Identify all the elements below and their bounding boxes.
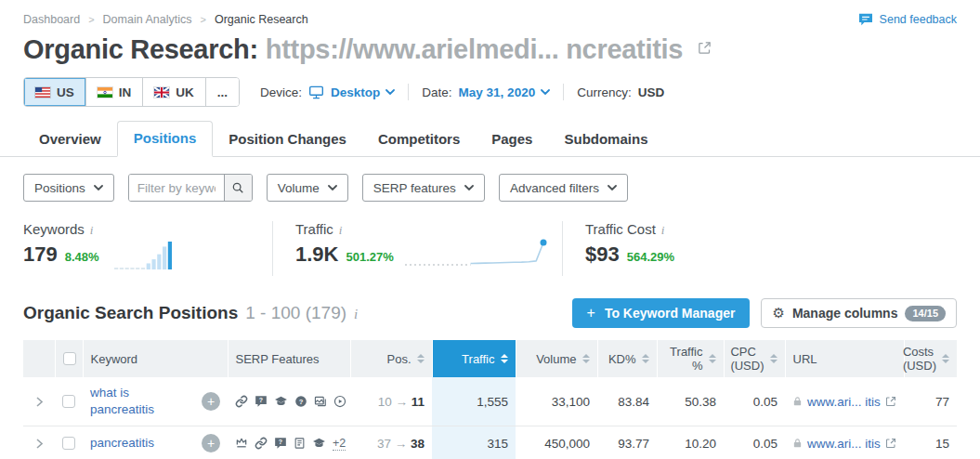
header-volume[interactable]: Volume <box>516 340 597 377</box>
currency-display: Currency: USD <box>577 85 664 99</box>
expand-row-icon[interactable] <box>31 439 47 449</box>
header-cpc[interactable]: CPC (USD) <box>724 340 785 377</box>
positions-table: Keyword SERP Features Pos. Traffic Volum… <box>23 340 957 459</box>
manage-columns-label: Manage columns <box>792 306 898 321</box>
keyword-search-button[interactable] <box>224 175 252 201</box>
result-url-link[interactable]: www.ari... itis <box>807 395 881 409</box>
row-checkbox[interactable] <box>62 437 75 450</box>
add-keyword-button[interactable]: + <box>202 392 220 411</box>
sort-arrows-icon[interactable] <box>501 354 508 363</box>
header-serp-features[interactable]: SERP Features <box>228 340 350 377</box>
volume-filter-dropdown[interactable]: Volume <box>267 174 348 202</box>
traffic-stat: Traffic i 1.9K 501.27% <box>272 221 562 276</box>
breadcrumb-separator: > <box>200 14 205 25</box>
select-all-checkbox[interactable] <box>63 352 76 365</box>
knowledge-panel-icon <box>274 395 288 408</box>
info-icon[interactable]: i <box>354 307 358 322</box>
serp-features-filter-label: SERP features <box>373 181 456 195</box>
serp-features-filter-dropdown[interactable]: SERP features <box>362 174 485 202</box>
device-value: Desktop <box>331 85 380 99</box>
more-serp-features[interactable]: +2 <box>333 437 346 451</box>
country-tab-us[interactable]: US <box>24 78 85 106</box>
row-checkbox[interactable] <box>62 395 75 408</box>
report-tabs: Overview Positions Position Changes Comp… <box>0 107 980 157</box>
header-checkbox-cell <box>55 340 83 377</box>
to-keyword-manager-button[interactable]: + To Keyword Manager <box>572 298 751 328</box>
sort-arrows-icon[interactable] <box>582 354 590 363</box>
country-tab-more[interactable]: ... <box>205 78 239 106</box>
keyword-link[interactable]: what is pancreatitis <box>90 385 196 418</box>
country-tab-uk[interactable]: UK <box>142 78 205 106</box>
keywords-stat-change: 8.48% <box>65 250 99 264</box>
kd-cell: 93.77 <box>597 426 657 459</box>
toolbar: US IN UK ... Device: <box>0 65 980 107</box>
tab-subdomains[interactable]: Subdomains <box>548 123 663 156</box>
svg-text:?: ? <box>259 397 263 403</box>
tab-pages[interactable]: Pages <box>476 123 548 156</box>
header-traffic[interactable]: Traffic <box>432 340 516 377</box>
result-url-link[interactable]: www.ari... itis <box>807 437 881 451</box>
header-traffic-pct[interactable]: Traffic % <box>657 340 724 377</box>
header-url[interactable]: URL <box>785 340 904 377</box>
toolbar-divider <box>563 84 564 100</box>
chevron-down-icon <box>541 89 550 95</box>
expand-row-icon[interactable] <box>31 397 47 407</box>
send-feedback-link[interactable]: Send feedback <box>858 13 957 26</box>
external-link-icon[interactable] <box>885 396 896 407</box>
chevron-down-icon <box>94 185 103 190</box>
device-selector[interactable]: Device: Desktop <box>260 85 395 99</box>
info-icon[interactable]: i <box>661 223 665 238</box>
arrow-right-icon: → <box>395 395 408 409</box>
cpc-cell: 0.05 <box>724 377 785 426</box>
to-keyword-manager-label: To Keyword Manager <box>605 306 736 321</box>
tab-position-changes[interactable]: Position Changes <box>213 123 362 156</box>
faq-icon: ? <box>274 437 287 450</box>
date-selector[interactable]: Date: May 31, 2020 <box>422 85 550 99</box>
positions-filter-label: Positions <box>34 181 85 195</box>
date-value: May 31, 2020 <box>459 85 536 99</box>
breadcrumb-domain-analytics[interactable]: Domain Analytics <box>103 13 192 26</box>
sort-arrows-icon[interactable] <box>642 354 649 363</box>
info-icon[interactable]: i <box>90 223 94 238</box>
svg-text:?: ? <box>299 398 304 406</box>
lock-icon <box>792 396 803 407</box>
external-link-icon[interactable] <box>698 31 712 61</box>
image-pack-icon <box>314 395 327 408</box>
sort-arrows-icon[interactable] <box>417 354 425 363</box>
header-pos[interactable]: Pos. <box>350 340 432 377</box>
lock-icon <box>792 438 803 449</box>
arrow-right-icon: → <box>395 437 408 451</box>
chevron-down-icon <box>464 185 474 190</box>
traffic-cell: 1,555 <box>432 377 516 426</box>
sort-arrows-icon[interactable] <box>942 354 949 363</box>
breadcrumb-separator: > <box>88 14 94 25</box>
positions-filter-dropdown[interactable]: Positions <box>23 174 114 202</box>
tab-overview[interactable]: Overview <box>23 123 117 156</box>
table-row: pancreatitis + ?+2 37 → 38 315 450,00 <box>23 426 957 459</box>
keyword-filter-input[interactable] <box>129 175 224 201</box>
external-link-icon[interactable] <box>885 438 896 449</box>
breadcrumb-dashboard[interactable]: Dashboard <box>23 13 80 26</box>
advanced-filters-dropdown[interactable]: Advanced filters <box>499 174 628 202</box>
country-more-label: ... <box>217 85 228 99</box>
tab-competitors[interactable]: Competitors <box>362 123 476 156</box>
sort-arrows-icon[interactable] <box>709 354 716 363</box>
tab-positions[interactable]: Positions <box>117 121 214 157</box>
header-kd[interactable]: KD% <box>597 340 657 377</box>
serp-features-cell: ?+2 <box>235 437 343 451</box>
traffic-stat-value: 1.9K <box>295 243 338 267</box>
add-keyword-button[interactable]: + <box>202 434 220 452</box>
desktop-icon <box>308 85 324 99</box>
manage-columns-button[interactable]: ⚙ Manage columns 14/15 <box>761 298 957 328</box>
sort-arrows-icon[interactable] <box>770 354 777 363</box>
header-costs[interactable]: Costs (USD) <box>904 340 957 377</box>
currency-label: Currency: <box>577 85 632 99</box>
title-prefix: Organic Research: <box>23 34 258 65</box>
country-tab-in[interactable]: IN <box>85 78 143 106</box>
header-keyword[interactable]: Keyword <box>83 340 228 377</box>
header-expand-cell <box>23 340 55 377</box>
info-icon[interactable]: i <box>339 223 343 238</box>
search-icon <box>231 181 244 194</box>
keyword-link[interactable]: pancreatitis <box>90 435 154 452</box>
title-domain: https://www.arielmedi... ncreatitis <box>266 34 683 65</box>
